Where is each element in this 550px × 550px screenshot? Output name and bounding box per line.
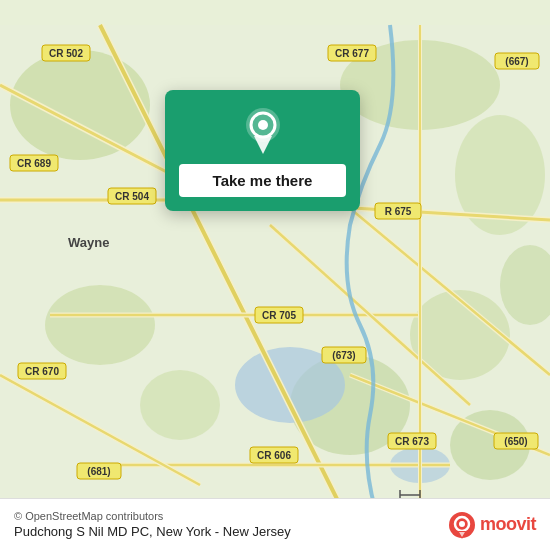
svg-text:CR 677: CR 677: [335, 48, 369, 59]
svg-text:(673): (673): [332, 350, 355, 361]
svg-text:CR 673: CR 673: [395, 436, 429, 447]
moovit-logo: moovit: [448, 511, 536, 539]
moovit-brand-text: moovit: [480, 514, 536, 535]
svg-text:(667): (667): [505, 56, 528, 67]
svg-text:CR 502: CR 502: [49, 48, 83, 59]
svg-text:CR 504: CR 504: [115, 191, 149, 202]
svg-point-1: [10, 50, 150, 160]
svg-text:(681): (681): [87, 466, 110, 477]
svg-point-7: [140, 370, 220, 440]
svg-point-66: [258, 120, 268, 130]
take-me-there-button[interactable]: Take me there: [179, 164, 346, 197]
place-name: Pudchong S Nil MD PC, New York - New Jer…: [14, 524, 291, 539]
svg-text:CR 670: CR 670: [25, 366, 59, 377]
svg-text:CR 606: CR 606: [257, 450, 291, 461]
svg-text:CR 689: CR 689: [17, 158, 51, 169]
map-container: CR 502 CR 677 (667) CR 689 CR 504 R 675 …: [0, 0, 550, 550]
svg-text:Wayne: Wayne: [68, 235, 109, 250]
bottom-bar: © OpenStreetMap contributors Pudchong S …: [0, 498, 550, 550]
popup-card[interactable]: Take me there: [165, 90, 360, 211]
map-background: CR 502 CR 677 (667) CR 689 CR 504 R 675 …: [0, 0, 550, 550]
svg-point-70: [459, 521, 465, 527]
svg-point-4: [45, 285, 155, 365]
moovit-icon: [448, 511, 476, 539]
svg-text:CR 705: CR 705: [262, 310, 296, 321]
location-pin-icon: [244, 108, 282, 154]
svg-marker-67: [254, 136, 272, 154]
svg-text:(650): (650): [504, 436, 527, 447]
map-attribution: © OpenStreetMap contributors: [14, 510, 291, 522]
svg-text:R 675: R 675: [385, 206, 412, 217]
